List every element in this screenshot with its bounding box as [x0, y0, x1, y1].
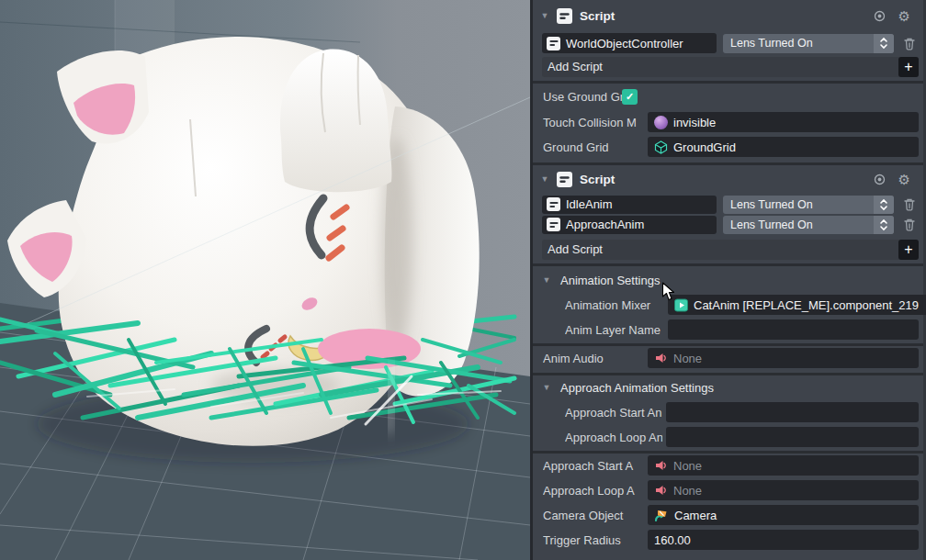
- animation-mixer-value: CatAnim [REPLACE_ME].component_219: [694, 298, 919, 312]
- enable-toggle-icon[interactable]: [874, 10, 886, 22]
- trigger-radius-input[interactable]: 160.00: [648, 530, 919, 550]
- add-script-button[interactable]: Add Script +: [542, 57, 919, 77]
- audio-speaker-icon: [654, 352, 668, 364]
- touch-collision-label: Touch Collision M: [543, 116, 646, 129]
- script-entry-row: WorldObjectController Lens Turned On: [533, 32, 923, 54]
- script2-header[interactable]: ▼ Script ⚙: [533, 168, 923, 190]
- anim-audio-label: Anim Audio: [543, 352, 646, 365]
- component-title: Script: [580, 9, 615, 23]
- script-icon: [547, 37, 560, 50]
- use-ground-grid-checkbox[interactable]: ✓: [622, 89, 638, 105]
- approach-start-anim-label: Approach Start An: [565, 406, 662, 420]
- ground-grid-field[interactable]: GroundGrid: [648, 137, 919, 157]
- approach-loop-audio-value: None: [673, 484, 702, 498]
- animation-icon: [674, 298, 688, 312]
- component-title: Script: [580, 173, 615, 186]
- enable-toggle-icon[interactable]: [874, 174, 886, 185]
- material-sphere-icon: [654, 116, 668, 129]
- script-icon: [557, 172, 572, 187]
- stepper-icon[interactable]: [874, 34, 894, 53]
- approach-start-audio-label: Approach Start A: [543, 459, 646, 473]
- approach-loop-anim-input[interactable]: [666, 427, 919, 447]
- audio-speaker-icon: [654, 484, 668, 497]
- event-value: Lens Turned On: [723, 198, 874, 211]
- trash-icon[interactable]: [901, 37, 918, 50]
- mesh-cube-icon: [654, 140, 668, 154]
- collapse-arrow-icon[interactable]: ▼: [540, 383, 553, 392]
- approach-animation-settings-header[interactable]: ▼ Approach Animation Settings: [533, 376, 923, 398]
- add-script-label: Add Script: [548, 242, 603, 256]
- stepper-icon[interactable]: [874, 216, 894, 234]
- approach-start-audio-value: None: [673, 459, 702, 473]
- group-title: Animation Settings: [560, 274, 660, 287]
- script-name: IdleAnim: [566, 197, 613, 211]
- gear-icon[interactable]: ⚙: [898, 9, 910, 23]
- touch-collision-value: invisible: [673, 116, 716, 129]
- script-icon: [557, 8, 572, 24]
- script-name-field[interactable]: IdleAnim: [542, 196, 717, 214]
- animation-settings-header[interactable]: ▼ Animation Settings: [533, 269, 923, 291]
- anim-audio-value: None: [673, 352, 702, 365]
- event-dropdown[interactable]: Lens Turned On: [723, 196, 894, 214]
- trigger-radius-value: 160.00: [654, 533, 691, 547]
- scene-viewport[interactable]: [0, 0, 530, 560]
- approach-loop-audio-field[interactable]: None: [648, 480, 919, 500]
- anim-layer-name-label: Anim Layer Name: [565, 323, 664, 337]
- audio-speaker-icon: [654, 459, 668, 472]
- anim-audio-field[interactable]: None: [648, 348, 919, 368]
- script-name-field[interactable]: ApproachAnim: [542, 216, 717, 234]
- camera-object-field[interactable]: Camera: [648, 505, 919, 525]
- ground-grid-value: GroundGrid: [673, 140, 736, 154]
- event-value: Lens Turned On: [723, 218, 874, 231]
- script-icon: [547, 218, 560, 231]
- script-entry-row: ApproachAnim Lens Turned On: [533, 215, 923, 234]
- plus-icon[interactable]: +: [898, 240, 919, 260]
- camera-icon: [654, 509, 669, 522]
- collapse-arrow-icon[interactable]: ▼: [538, 174, 551, 184]
- plus-icon[interactable]: +: [898, 57, 919, 77]
- scene-canvas: [0, 0, 530, 560]
- event-dropdown[interactable]: Lens Turned On: [723, 34, 894, 53]
- touch-collision-field[interactable]: invisible: [648, 112, 919, 132]
- script-name: ApproachAnim: [566, 218, 644, 231]
- script-name: WorldObjectController: [566, 37, 683, 50]
- trigger-radius-label: Trigger Radius: [543, 533, 646, 547]
- collapse-arrow-icon[interactable]: ▼: [538, 11, 551, 20]
- event-dropdown[interactable]: Lens Turned On: [723, 216, 894, 234]
- add-script-button[interactable]: Add Script +: [542, 240, 919, 260]
- trash-icon[interactable]: [901, 197, 918, 211]
- camera-object-value: Camera: [674, 509, 717, 522]
- add-script-label: Add Script: [548, 60, 603, 73]
- approach-start-audio-field[interactable]: None: [648, 455, 919, 476]
- anim-layer-name-input[interactable]: [668, 319, 919, 340]
- script-entry-row: IdleAnim Lens Turned On: [533, 195, 923, 214]
- ground-grid-label: Ground Grid: [543, 140, 646, 154]
- approach-loop-audio-label: Approach Loop A: [543, 484, 646, 498]
- script-icon: [547, 197, 560, 211]
- animation-mixer-label: Animation Mixer: [565, 298, 664, 312]
- gear-icon[interactable]: ⚙: [898, 173, 910, 186]
- approach-loop-anim-label: Approach Loop An: [565, 431, 662, 444]
- animation-mixer-field[interactable]: CatAnim [REPLACE_ME].component_219: [668, 295, 926, 315]
- approach-start-anim-input[interactable]: [666, 402, 919, 422]
- trash-icon[interactable]: [901, 218, 918, 231]
- event-value: Lens Turned On: [723, 37, 874, 50]
- script1-header[interactable]: ▼ Script ⚙: [533, 5, 923, 27]
- group-title: Approach Animation Settings: [560, 381, 714, 395]
- inspector-panel: ▼ Script ⚙ WorldObjectController Lens Tu…: [530, 0, 926, 560]
- stepper-icon[interactable]: [874, 196, 894, 214]
- collapse-arrow-icon[interactable]: ▼: [540, 275, 553, 285]
- camera-object-label: Camera Object: [543, 509, 646, 522]
- script-name-field[interactable]: WorldObjectController: [542, 33, 717, 53]
